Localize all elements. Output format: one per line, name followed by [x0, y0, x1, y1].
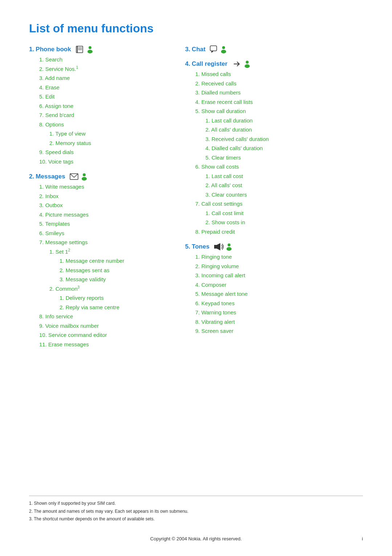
list-item: 11. Erase messages: [29, 340, 185, 349]
list-item: 1. Set 12: [29, 247, 185, 257]
list-item: 3. Message validity: [29, 275, 185, 284]
section-messages: 2. Messages 1. Write me: [29, 173, 185, 349]
section4-header: 4. Call register: [185, 60, 363, 68]
list-item: 2. Show costs in: [185, 218, 363, 227]
list-item: 1. Message centre number: [29, 256, 185, 266]
phonebook-icon: [75, 45, 94, 53]
right-column: 3. Chat: [185, 45, 363, 342]
list-item: 2. Ringing volume: [185, 262, 363, 271]
section1-title: 1. Phone book: [29, 46, 71, 53]
section3-title: 3. Chat: [185, 46, 205, 53]
list-item: 7. Warning tones: [185, 308, 363, 317]
section3-header: 3. Chat: [185, 45, 363, 53]
list-item: 7. Message settings: [29, 238, 185, 247]
section5-list: 1. Ringing tone 2. Ringing volume 3. Inc…: [185, 252, 363, 336]
page-title: List of menu functions: [29, 22, 363, 35]
list-item: 1. Call cost limit: [185, 209, 363, 218]
list-item: 9. Speed dials: [29, 148, 185, 157]
footnote-1: 1. Shown only if supported by your SIM c…: [29, 500, 363, 508]
list-item: 1. Delivery reports: [29, 293, 185, 303]
list-item: 7. Send b'card: [29, 110, 185, 120]
svg-point-11: [222, 46, 225, 49]
list-item: 2. Common3: [29, 284, 185, 294]
svg-rect-1: [77, 46, 78, 53]
footnote-3: 3. The shortcut number depends on the am…: [29, 515, 363, 523]
list-item: 2. Received calls: [185, 79, 363, 88]
section2-header: 2. Messages: [29, 173, 185, 181]
list-item: 5. Clear timers: [185, 153, 363, 162]
svg-point-8: [83, 173, 86, 176]
section-callregister: 4. Call register 1. Mis: [185, 60, 363, 236]
list-item: 2. Service Nos.1: [29, 64, 185, 74]
list-item: 3. Clear counters: [185, 190, 363, 200]
list-item: 5. Show call duration: [185, 106, 363, 116]
list-item: 8. Prepaid credit: [185, 227, 363, 237]
section1-header: 1. Phone book: [29, 45, 185, 53]
list-item: 2. Memory status: [29, 138, 185, 148]
list-item: 5. Message alert tone: [185, 289, 363, 299]
footnote-2: 2. The amount and names of sets may vary…: [29, 508, 363, 516]
list-item: 4. Composer: [185, 280, 363, 290]
list-item: 4. Dialled calls' duration: [185, 144, 363, 153]
section5-header: 5. Tones: [185, 243, 363, 251]
list-item: 1. Ringing tone: [185, 252, 363, 262]
list-item: 10. Voice tags: [29, 157, 185, 166]
svg-point-9: [82, 177, 87, 181]
list-item: 10. Service command editor: [29, 330, 185, 340]
list-item: 3. Dialled numbers: [185, 88, 363, 97]
tones-icon: [214, 243, 233, 251]
section-tones: 5. Tones: [185, 243, 363, 336]
list-item: 9. Screen saver: [185, 326, 363, 336]
section4-title: 4. Call register: [185, 60, 228, 68]
svg-point-12: [221, 50, 226, 53]
list-item: 6. Show call costs: [185, 162, 363, 172]
svg-point-18: [226, 247, 232, 251]
list-item: 6. Assign tone: [29, 101, 185, 111]
svg-point-17: [228, 243, 230, 246]
callregister-icon: [232, 60, 251, 68]
footnotes-section: 1. Shown only if supported by your SIM c…: [29, 496, 363, 523]
copyright-text: Copyright © 2004 Nokia. All rights reser…: [0, 536, 392, 541]
section4-list: 1. Missed calls 2. Received calls 3. Dia…: [185, 69, 363, 236]
list-item: 3. Received calls' duration: [185, 134, 363, 144]
section-chat: 3. Chat: [185, 45, 363, 53]
list-item: 3. Outbox: [29, 201, 185, 210]
list-item: 8. Vibrating alert: [185, 317, 363, 327]
list-item: 4. Erase: [29, 83, 185, 92]
main-columns: 1. Phone book: [29, 45, 363, 355]
list-item: 1. Last call duration: [185, 116, 363, 125]
chat-icon: [210, 45, 227, 53]
svg-rect-10: [210, 46, 217, 51]
list-item: 4. Picture messages: [29, 210, 185, 219]
list-item: 3. Incoming call alert: [185, 271, 363, 280]
section2-list: 1. Write messages 2. Inbox 3. Outbox 4. …: [29, 182, 185, 349]
list-item: 4. Erase recent call lists: [185, 97, 363, 107]
messages-icon: [70, 173, 88, 181]
list-item: 2. Reply via same centre: [29, 303, 185, 312]
list-item: 2. All calls' cost: [185, 181, 363, 190]
svg-rect-15: [214, 245, 217, 249]
svg-point-6: [87, 50, 93, 53]
svg-marker-16: [217, 243, 220, 250]
list-item: 2. All calls' duration: [185, 125, 363, 134]
list-item: 1. Missed calls: [185, 69, 363, 79]
section5-title: 5. Tones: [185, 243, 209, 250]
list-item: 3. Add name: [29, 73, 185, 83]
list-item: 5. Templates: [29, 219, 185, 229]
svg-point-14: [245, 64, 250, 68]
list-item: 6. Keypad tones: [185, 299, 363, 308]
list-item: 2. Inbox: [29, 192, 185, 201]
list-item: 2. Messages sent as: [29, 266, 185, 275]
list-item: 6. Smileys: [29, 229, 185, 238]
page-number: i: [362, 536, 363, 541]
list-item: 8. Info service: [29, 312, 185, 321]
list-item: 7. Call cost settings: [185, 199, 363, 209]
list-item: 1. Type of view: [29, 129, 185, 138]
list-item: 1. Last call cost: [185, 172, 363, 181]
list-item: 1. Search: [29, 55, 185, 64]
section2-title: 2. Messages: [29, 173, 65, 180]
svg-point-5: [89, 46, 91, 49]
list-item: 1. Write messages: [29, 182, 185, 192]
left-column: 1. Phone book: [29, 45, 185, 355]
list-item: 5. Edit: [29, 92, 185, 101]
